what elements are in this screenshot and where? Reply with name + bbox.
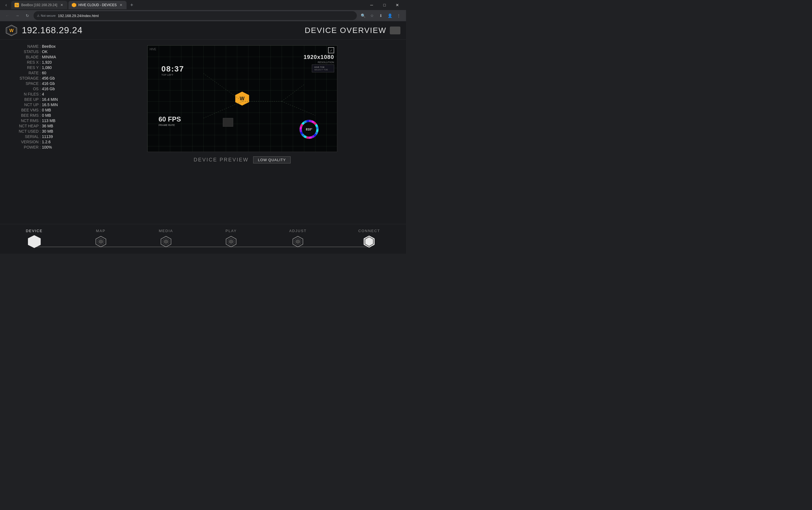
preview-fps-sub: FRAME RATE bbox=[159, 124, 181, 126]
info-label: BEE UP : bbox=[13, 97, 41, 102]
info-label: NAME : bbox=[13, 44, 41, 49]
bottom-nav: DEVICE MAP MEDIA bbox=[0, 224, 406, 253]
info-value: OK bbox=[42, 50, 76, 54]
preview-res-sub: RESOLUTION bbox=[318, 61, 334, 64]
info-value: 36 MB bbox=[42, 124, 76, 128]
security-badge: ⚠ Not secure bbox=[37, 14, 56, 18]
tab-favicon-hive bbox=[72, 3, 76, 7]
window-controls: ─ □ ✕ bbox=[365, 0, 404, 10]
reload-button[interactable]: ↻ bbox=[24, 12, 31, 20]
nav-label-device: DEVICE bbox=[26, 229, 42, 233]
tab-scroll-left[interactable]: ‹ bbox=[2, 1, 10, 9]
preview-corner-label: HIVE bbox=[150, 48, 156, 51]
color-wheel: .cw-seg { fill: none; stroke-width: 8; } bbox=[298, 118, 320, 141]
info-row: SERIAL :11139 bbox=[6, 134, 76, 139]
nav-hex-device bbox=[28, 235, 41, 248]
back-button[interactable]: ← bbox=[3, 12, 11, 20]
info-label: SPACE : bbox=[13, 81, 41, 86]
tab-hive-cloud[interactable]: HIVE CLOUD - DEVICES ✕ bbox=[68, 1, 127, 9]
info-label: VERSION : bbox=[13, 140, 41, 144]
info-value: 16.5 MIN bbox=[42, 102, 76, 107]
preview-frame[interactable]: HIVE ⤢ 1920x1080 RESOLUTION 08:37 TOP LE… bbox=[147, 45, 337, 152]
new-tab-button[interactable]: + bbox=[128, 1, 136, 9]
svg-marker-25 bbox=[99, 240, 103, 244]
info-row: NCT RMS :113 MB bbox=[6, 118, 76, 123]
tab-close-hive[interactable]: ✕ bbox=[119, 3, 123, 7]
svg-text:810°: 810° bbox=[306, 128, 312, 131]
forward-button[interactable]: → bbox=[13, 12, 21, 20]
info-row: BEE RMS :0 MB bbox=[6, 113, 76, 118]
info-value: 0 MB bbox=[42, 108, 76, 112]
address-bar[interactable]: ⚠ Not secure 192.168.29.24/index.html bbox=[33, 11, 357, 20]
bookmark-icon[interactable]: ☆ bbox=[368, 12, 376, 20]
info-value: 4 bbox=[42, 92, 76, 96]
info-row: N FILES :4 bbox=[6, 92, 76, 96]
info-value: 100% bbox=[42, 145, 76, 149]
info-value: 11139 bbox=[42, 134, 76, 139]
info-label: BLADE : bbox=[13, 55, 41, 59]
close-button[interactable]: ✕ bbox=[391, 0, 404, 10]
nav-item-connect[interactable]: CONNECT bbox=[358, 229, 380, 248]
info-row: NCT HEAP :36 MB bbox=[6, 124, 76, 128]
info-value: 16.4 MIN bbox=[42, 97, 76, 102]
nav-hex-icon-media bbox=[160, 236, 172, 247]
nav-line bbox=[35, 247, 371, 247]
info-row: RATE :60 bbox=[6, 71, 76, 75]
app-ip: 192.168.29.24 bbox=[22, 25, 83, 35]
info-label: N FILES : bbox=[13, 92, 41, 96]
tab-close-beebox[interactable]: ✕ bbox=[59, 3, 64, 7]
info-row: STORAGE :456 Gb bbox=[6, 76, 76, 81]
download-icon[interactable]: ⬇ bbox=[377, 12, 385, 20]
nav-hex-icon-device bbox=[28, 235, 41, 248]
tab-label-hive: HIVE CLOUD - DEVICES bbox=[79, 3, 117, 7]
omnibar-actions: 🔍 ☆ ⬇ 👤 ⋮ bbox=[359, 12, 403, 20]
info-label: POWER : bbox=[13, 145, 41, 149]
preview-corner-tr: ⤢ 1920x1080 RESOLUTION bbox=[303, 47, 334, 64]
nav-item-device[interactable]: DEVICE bbox=[26, 229, 42, 248]
preview-label: DEVICE PREVIEW LOW QUALITY bbox=[194, 156, 291, 163]
minimize-button[interactable]: ─ bbox=[365, 0, 378, 10]
app-header: W 192.168.29.24 DEVICE OVERVIEW bbox=[0, 21, 406, 40]
nav-label-adjust: ADJUST bbox=[289, 229, 307, 233]
nav-item-adjust[interactable]: ADJUST bbox=[289, 229, 307, 248]
menu-icon[interactable]: ⋮ bbox=[395, 12, 403, 20]
info-label: BEE VMS : bbox=[13, 108, 41, 112]
nav-label-media: MEDIA bbox=[159, 229, 173, 233]
bottom-nav-wrapper: DEVICE MAP MEDIA bbox=[0, 224, 406, 253]
device-info-panel: NAME :BeeBoxSTATUS :OKBLADE :MINIMARES X… bbox=[0, 40, 78, 224]
info-row: BLADE :MINIMA bbox=[6, 55, 76, 59]
expand-icon[interactable]: ⤢ bbox=[328, 47, 334, 53]
color-wheel-svg: .cw-seg { fill: none; stroke-width: 8; } bbox=[298, 118, 320, 141]
nav-hex-icon-adjust bbox=[292, 236, 304, 247]
info-label: RES Y : bbox=[13, 65, 41, 70]
info-label: STORAGE : bbox=[13, 76, 41, 81]
nav-hex-play bbox=[225, 235, 237, 248]
info-row: NCT UP :16.5 MIN bbox=[6, 102, 76, 107]
profile-icon[interactable]: 👤 bbox=[386, 12, 394, 20]
nav-item-play[interactable]: PLAY bbox=[225, 229, 237, 248]
nav-item-map[interactable]: MAP bbox=[94, 229, 107, 248]
info-label: NCT RMS : bbox=[13, 118, 41, 123]
info-label: NCT UP : bbox=[13, 102, 41, 107]
quality-button[interactable]: LOW QUALITY bbox=[253, 156, 291, 163]
search-icon[interactable]: 🔍 bbox=[359, 12, 367, 20]
info-label: OS : bbox=[13, 87, 41, 91]
overview-button[interactable] bbox=[390, 27, 400, 34]
maximize-button[interactable]: □ bbox=[378, 0, 391, 10]
nav-item-media[interactable]: MEDIA bbox=[159, 229, 173, 248]
tab-beebox[interactable]: 🐝 BeeBox [192.168.29.24] ✕ bbox=[11, 1, 67, 9]
info-row: OS :416 Gb bbox=[6, 87, 76, 91]
app-title-right: DEVICE OVERVIEW bbox=[305, 26, 400, 35]
svg-marker-31 bbox=[229, 240, 233, 244]
nav-hex-icon-map bbox=[95, 236, 107, 247]
info-row: RES Y :1,080 bbox=[6, 65, 76, 70]
info-label: SERIAL : bbox=[13, 134, 41, 139]
tab-bar: ‹ 🐝 BeeBox [192.168.29.24] ✕ HIVE CLOUD … bbox=[0, 0, 406, 10]
info-row: BEE UP :16.4 MIN bbox=[6, 97, 76, 102]
info-label: BEE RMS : bbox=[13, 113, 41, 118]
info-row: POWER :100% bbox=[6, 145, 76, 149]
nav-hex-map bbox=[94, 235, 107, 248]
preview-label-text: DEVICE PREVIEW bbox=[194, 157, 249, 163]
warning-icon: ⚠ bbox=[37, 14, 40, 18]
nav-hex-connect bbox=[363, 235, 376, 248]
